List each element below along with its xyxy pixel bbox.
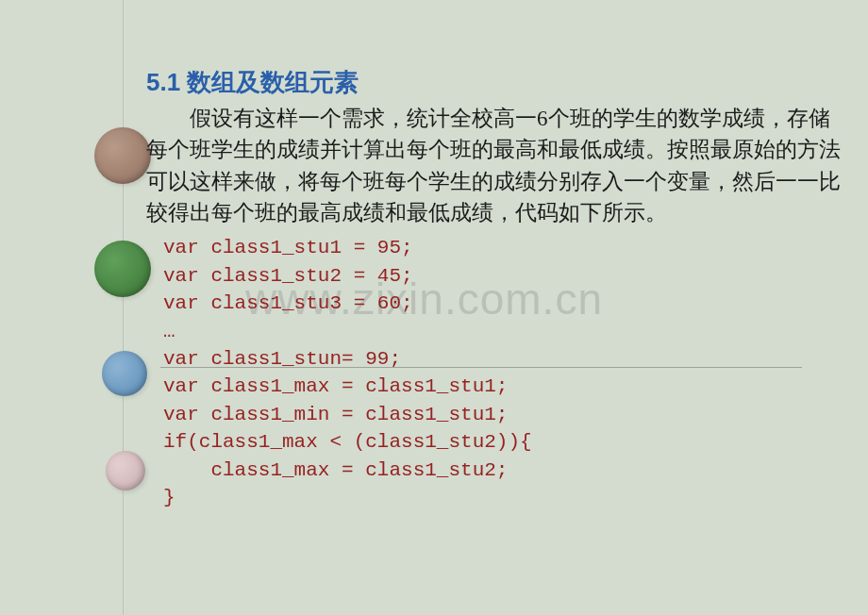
code-line: var class1_stu1 = 95; xyxy=(163,234,844,261)
decorative-circle-pink xyxy=(106,451,145,490)
code-line: class1_max = class1_stu2; xyxy=(163,457,844,484)
code-line: var class1_stu3 = 60; xyxy=(163,290,844,317)
code-line: var class1_min = class1_stu1; xyxy=(163,401,844,428)
code-block: var class1_stu1 = 95; var class1_stu2 = … xyxy=(163,234,844,511)
body-paragraph: 假设有这样一个需求，统计全校高一6个班的学生的数学成绩，存储每个班学生的成绩并计… xyxy=(146,103,844,228)
code-line: } xyxy=(163,484,844,511)
slide-content: 5.1 数组及数组元素 假设有这样一个需求，统计全校高一6个班的学生的数学成绩，… xyxy=(146,66,844,511)
decorative-circle-brown xyxy=(94,127,151,184)
decorative-circle-blue xyxy=(102,351,147,396)
section-heading: 5.1 数组及数组元素 xyxy=(146,66,844,99)
decorative-circle-green xyxy=(94,241,151,297)
code-line: … xyxy=(163,318,844,345)
decorative-horizontal-line xyxy=(160,367,802,368)
code-line: var class1_stu2 = 45; xyxy=(163,262,844,290)
code-line: var class1_stun= 99; xyxy=(163,345,844,373)
code-line: if(class1_max < (class1_stu2)){ xyxy=(163,428,844,456)
code-line: var class1_max = class1_stu1; xyxy=(163,373,844,400)
decorative-vertical-line xyxy=(123,0,124,615)
